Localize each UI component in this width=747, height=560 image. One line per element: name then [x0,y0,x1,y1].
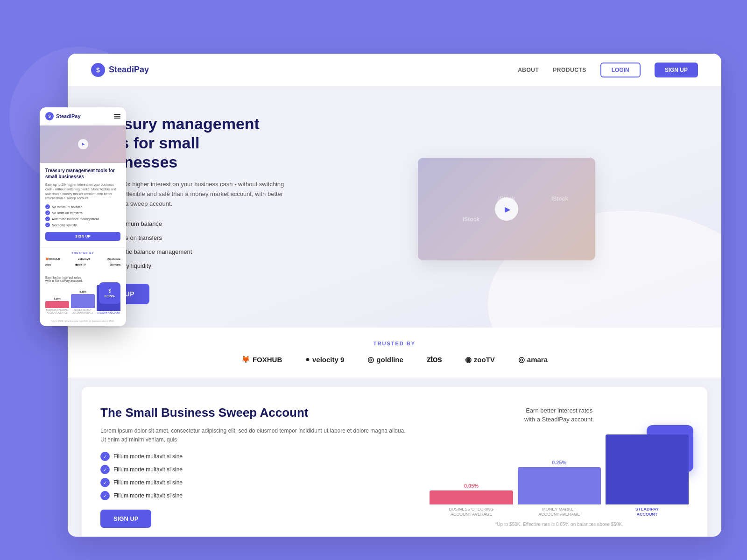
istock-watermark-3: iStock [551,196,568,202]
nav-logo[interactable]: $ SteadiPay [91,63,149,77]
mobile-checklist-item-2: No limits on transfers [45,210,120,215]
mobile-logo-icon: $ [45,112,54,120]
mobile-header: $ SteadiPay [40,107,126,126]
mobile-chart-container: $ 0.95% 0.05% BUSINESS CHECKING ACCOUNT … [45,286,120,314]
mobile-chart-desc: Earn better interest rateswith a SteadiP… [45,276,120,282]
sweep-checklist: ✓ Filium morte multavit si sine ✓ Filium… [100,452,411,500]
sweep-check-3: ✓ Filium morte multavit si sine [100,478,411,487]
mobile-logo-text: SteadiPay [56,113,81,119]
brand-velocity: ● velocity 9 [305,355,344,364]
sweep-check-label-2: Filium morte multavit si sine [113,466,183,473]
mobile-trusted-section: TRUSTED BY 🦊FOXHUB velocity9 ◎goldline z… [40,247,126,272]
mobile-brand-goldline: ◎goldline [107,257,120,260]
trusted-label: TRUSTED BY [91,341,698,346]
mobile-brands-row-2: ztos ◉zooTV ◎amara [45,263,120,266]
chart-container: 0.05% BUSINESS CHECKINGACCOUNT AVERAGE 0… [430,433,689,517]
mobile-bar-checking-value: 0.05% [54,297,60,300]
mobile-trusted-label: TRUSTED BY [45,252,120,254]
mobile-footnote: *Up to $50K. Effective rate is 0.65% on … [40,318,126,326]
chart-rect-mm [518,467,601,504]
istock-watermark-2: iStock [463,216,479,223]
sweep-check-4: ✓ Filium morte multavit si sine [100,491,411,500]
ztos-label: ztos [427,355,442,364]
hero-video: iStock iStock iStock [418,158,595,260]
sweep-check-label-3: Filium morte multavit si sine [113,479,183,486]
mobile-hero-image [40,126,126,163]
trusted-brands: 🦊 FOXHUB ● velocity 9 ◎ goldline ztos ◉ … [91,355,698,364]
hero-right: iStock iStock iStock [315,158,698,260]
mobile-logo: $ SteadiPay [45,112,81,120]
mobile-play-button[interactable] [78,139,88,149]
brand-ztos: ztos [427,355,442,364]
sweep-section: The Small Business Sweep Account Lorem i… [82,387,707,537]
nav-products-link[interactable]: PRODUCTS [553,67,586,73]
chart-bar-money-market: 0.25% MONEY MARKETACCOUNT AVERAGE [518,460,601,517]
mobile-steadipay-pill: $ 0.95% [99,282,120,304]
amara-icon: ◎ [518,355,525,364]
hamburger-icon[interactable] [114,114,120,119]
goldline-icon: ◎ [367,355,374,364]
goldline-label: goldline [376,356,403,364]
brand-goldline: ◎ goldline [367,355,403,364]
hero-section: Treasury management tools for small busi… [68,86,721,328]
chart-rect-steadipay [606,434,689,504]
sweep-check-2: ✓ Filium morte multavit si sine [100,465,411,474]
mobile-bar-checking-rect [45,301,69,308]
mobile-bar-mm-rect [71,294,95,308]
mobile-bar-checking: 0.05% BUSINESS CHECKING ACCOUNT AVERAGE [45,297,69,314]
mobile-bar-steadipay-label: STEADIPAY ACCOUNT [97,312,120,314]
chart-label-mm: MONEY MARKETACCOUNT AVERAGE [538,507,580,517]
nav-logo-text: SteadiPay [109,65,149,75]
mobile-chart-section: Earn better interest rateswith a SteadiP… [40,272,126,318]
mobile-brand-amara: ◎amara [110,263,120,266]
sweep-right: Earn better interest rateswith a SteadiP… [430,406,689,526]
mobile-bar-checking-label: BUSINESS CHECKING ACCOUNT AVERAGE [45,309,69,314]
foxhub-label: FOXHUB [253,356,282,364]
chart-value-mm: 0.25% [552,460,566,465]
velocity-icon: ● [305,355,310,364]
mobile-brand-ztos: ztos [45,263,51,266]
zootv-icon: ◉ [465,355,472,364]
sweep-footnote: *Up to $50K. Effective rate is 0.65% on … [481,517,637,527]
hero-video-inner: iStock iStock iStock [418,158,595,260]
sweep-check-icon-2: ✓ [100,465,110,474]
mobile-pill-rate: 0.95% [105,294,115,298]
mobile-hero-desc: Earn up to 20x higher interest on your b… [45,182,120,201]
chart-rect-checking [430,490,513,504]
navigation: $ SteadiPay ABOUT PRODUCTS LOGIN SIGN UP [68,54,721,86]
trusted-section: TRUSTED BY 🦊 FOXHUB ● velocity 9 ◎ goldl… [68,328,721,378]
chart-bar-steadipay: $ 0.95% STEADIPAYACCOUNT [606,434,689,517]
velocity-label: velocity 9 [312,356,344,364]
sweep-chart-wrapper: 0.05% BUSINESS CHECKINGACCOUNT AVERAGE 0… [430,433,689,517]
mobile-pill-icon: $ [108,288,111,294]
foxhub-icon: 🦊 [241,355,250,364]
mobile-content: Treasury management tools for small busi… [40,163,126,245]
sweep-check-icon-3: ✓ [100,478,110,487]
mobile-hero-image-inner [40,126,126,163]
sweep-description: Lorem ipsum dolor sit amet, consectetur … [100,427,411,444]
mobile-hero-title: Treasury management tools for small busi… [45,168,120,180]
nav-signup-button[interactable]: SIGN UP [655,63,698,77]
brand-amara: ◎ amara [518,355,548,364]
chart-value-checking: 0.05% [464,483,479,489]
sweep-check-icon-1: ✓ [100,452,110,461]
mobile-checklist-item-3: Automatic balance management [45,217,120,221]
mobile-checklist-item-4: Next-day liquidity [45,223,120,227]
nav-about-link[interactable]: ABOUT [518,67,539,73]
outer-background: $ SteadiPay Treasury management tools fo… [0,0,747,560]
mobile-checklist-item-1: No minimum balance [45,204,120,209]
mobile-signup-button[interactable]: SIGN UP [45,232,120,241]
nav-login-button[interactable]: LOGIN [600,63,641,77]
sweep-signup-button[interactable]: SIGN UP [100,510,151,528]
mobile-bar-money-market: 0.25% MONEY MARKET ACCOUNT AVERAGE [71,290,95,314]
sweep-check-label-4: Filium morte multavit si sine [113,492,183,499]
mobile-brands-row-1: 🦊FOXHUB velocity9 ◎goldline [45,257,120,260]
zootv-label: zooTV [474,356,495,364]
hero-play-button[interactable] [495,197,518,221]
mobile-bar-mm-value: 0.25% [79,290,86,293]
brand-zootv: ◉ zooTV [465,355,495,364]
chart-label-checking: BUSINESS CHECKINGACCOUNT AVERAGE [449,507,494,517]
brand-foxhub: 🦊 FOXHUB [241,355,282,364]
mobile-brand-foxhub: 🦊FOXHUB [45,257,60,260]
sweep-earn-text: Earn better interest rateswith a SteadiP… [524,406,594,423]
